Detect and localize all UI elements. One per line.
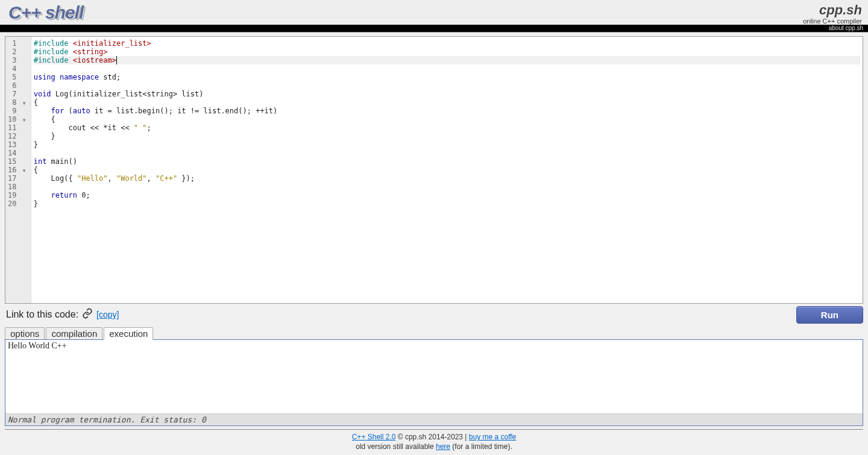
gutter-line: 5 (8, 73, 26, 81)
output-status: Normal program termination. Exit status:… (5, 413, 863, 425)
gutter-line: 3 (8, 56, 26, 64)
code-line[interactable]: return 0; (34, 191, 860, 199)
gutter-line: 16 ▼ (8, 166, 26, 174)
code-line[interactable] (34, 81, 860, 90)
footer: C++ Shell 2.0 © cpp.sh 2014-2023 | buy m… (5, 429, 863, 455)
code-line[interactable]: #include <string> (34, 48, 860, 56)
gutter-line: 13 (8, 140, 26, 149)
code-line[interactable]: } (34, 140, 860, 149)
output-body[interactable]: Hello World C++ (5, 340, 863, 413)
code-area[interactable]: #include <initializer_list>#include <str… (31, 37, 863, 303)
gutter-line: 2 (8, 48, 26, 56)
line-gutter: 1 2 3 4 5 6 7 8 ▼9 10 ▼11 12 13 14 15 16… (5, 37, 31, 303)
code-line[interactable]: } (34, 199, 860, 208)
gutter-line: 18 (8, 183, 26, 191)
header: C++ shell cpp.sh online C++ compiler (0, 0, 868, 25)
code-line[interactable] (34, 64, 860, 73)
code-editor[interactable]: 1 2 3 4 5 6 7 8 ▼9 10 ▼11 12 13 14 15 16… (5, 36, 863, 304)
gutter-line: 8 ▼ (8, 98, 26, 107)
footer-link-oldversion[interactable]: here (436, 442, 450, 451)
about-link-bar: about cpp.sh (0, 25, 868, 32)
code-line[interactable]: void Log(initializer_list<string> list) (34, 90, 860, 98)
code-line[interactable]: using namespace std; (34, 73, 860, 81)
tab-options[interactable]: options (5, 327, 45, 340)
code-line[interactable]: { (34, 166, 860, 174)
footer-link-shell[interactable]: C++ Shell 2.0 (352, 433, 396, 441)
gutter-line: 10 ▼ (8, 115, 26, 124)
brand-box: cpp.sh online C++ compiler (803, 2, 862, 25)
footer-link-coffee[interactable]: buy me a coffe (469, 433, 517, 441)
run-button[interactable]: Run (796, 306, 863, 324)
gutter-line: 7 (8, 90, 26, 98)
logo[interactable]: C++ shell (8, 2, 83, 23)
brand-title[interactable]: cpp.sh (803, 2, 862, 17)
code-line[interactable]: { (34, 98, 860, 107)
gutter-line: 11 (8, 124, 26, 132)
gutter-line: 9 (8, 107, 26, 115)
code-line[interactable] (34, 149, 860, 157)
link-icon[interactable] (82, 308, 93, 321)
copy-link[interactable]: [copy] (96, 310, 119, 319)
divider (0, 32, 868, 33)
about-link[interactable]: about cpp.sh (828, 25, 864, 31)
link-bar: Link to this code: [copy] Run (6, 306, 863, 324)
tab-compilation[interactable]: compilation (46, 327, 102, 340)
output-panel: Hello World C++ Normal program terminati… (5, 339, 863, 426)
output-tabs: optionscompilationexecution (5, 327, 863, 340)
tab-execution[interactable]: execution (104, 327, 153, 340)
code-line[interactable]: } (34, 132, 860, 140)
code-line[interactable] (34, 183, 860, 191)
code-line[interactable]: int main() (34, 157, 860, 166)
gutter-line: 4 (8, 64, 26, 73)
code-line[interactable]: cout << *it << " "; (34, 124, 860, 132)
gutter-line: 1 (8, 39, 26, 48)
link-label: Link to this code: (6, 309, 78, 320)
code-line[interactable]: for (auto it = list.begin(); it != list.… (34, 107, 860, 115)
gutter-line: 19 (8, 191, 26, 199)
gutter-line: 17 (8, 174, 26, 183)
gutter-line: 20 (8, 199, 26, 208)
gutter-line: 6 (8, 81, 26, 90)
code-line[interactable]: #include <iostream> (34, 56, 860, 64)
code-line[interactable]: { (34, 115, 860, 124)
gutter-line: 14 (8, 149, 26, 157)
gutter-line: 15 (8, 157, 26, 166)
code-line[interactable]: #include <initializer_list> (34, 39, 860, 48)
gutter-line: 12 (8, 132, 26, 140)
code-line[interactable]: Log({ "Hello", "World", "C++" }); (34, 174, 860, 183)
